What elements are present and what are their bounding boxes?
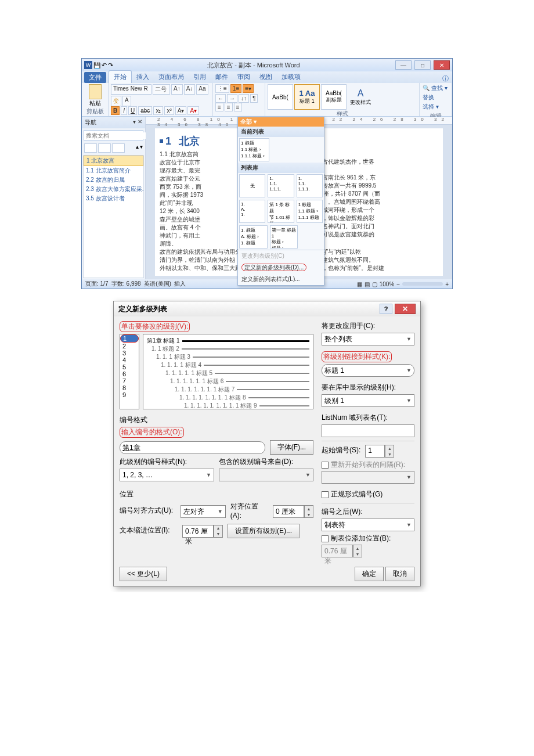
nav-tab-results[interactable] bbox=[112, 143, 125, 153]
spin-down-icon[interactable]: ▼ bbox=[353, 551, 362, 557]
zoom-in-icon[interactable]: + bbox=[445, 281, 449, 287]
bullets-icon[interactable]: ⋮≡ bbox=[215, 84, 229, 93]
spin-up-icon[interactable]: ▲ bbox=[305, 506, 313, 512]
subscript-button[interactable]: x₂ bbox=[153, 106, 163, 115]
help-icon[interactable]: ⓘ bbox=[442, 74, 449, 83]
change-case-icon[interactable]: Aa bbox=[196, 84, 208, 95]
tab-layout[interactable]: 页面布局 bbox=[154, 71, 189, 83]
ok-button[interactable]: 确定 bbox=[355, 567, 384, 581]
follow-select[interactable]: 制表符▼ bbox=[322, 519, 414, 531]
dp-opt4[interactable]: 第 1 条 标题节 1.01 标题 ›(a) 标题 › bbox=[268, 200, 294, 223]
less-button[interactable]: << 更少(L) bbox=[120, 567, 167, 581]
nav-search[interactable]: 🔍▾ bbox=[84, 130, 143, 141]
minimize-button[interactable]: — bbox=[395, 60, 412, 70]
replace-button[interactable]: 替换 bbox=[423, 93, 449, 102]
tab-review[interactable]: 审阅 bbox=[233, 71, 255, 83]
start-spinner[interactable]: 1 ▲▼ bbox=[365, 445, 394, 458]
dp-opt6[interactable]: 1. 标题A. 标题 ›1. 标题 bbox=[239, 225, 268, 249]
set-all-button[interactable]: 设置所有级别(E)... bbox=[228, 524, 300, 538]
change-styles-button[interactable]: A更改样式 bbox=[348, 84, 373, 110]
grow-font-icon[interactable]: A↑ bbox=[171, 84, 183, 95]
indent-dec-icon[interactable]: ← bbox=[215, 94, 226, 103]
dp-opt2[interactable]: 1.1.1.1.1.1. bbox=[297, 174, 323, 197]
tab-home[interactable]: 开始 bbox=[109, 70, 132, 83]
dp-opt1[interactable]: 1.1.1.1.1.1. bbox=[268, 174, 294, 197]
level-item-7[interactable]: 7 bbox=[120, 377, 139, 384]
view-web-icon[interactable]: ▢ bbox=[372, 281, 377, 287]
align-center-icon[interactable]: ≡ bbox=[225, 103, 233, 111]
font-size-select[interactable]: 二号 bbox=[153, 84, 170, 95]
dp-define-style[interactable]: 定义新的列表样式(L)... bbox=[238, 273, 324, 285]
cancel-button[interactable]: 取消 bbox=[385, 567, 414, 581]
nav-up-icon[interactable]: ▴ bbox=[136, 143, 139, 153]
nav-tab-headings[interactable] bbox=[84, 143, 97, 153]
restart-select[interactable]: ▼ bbox=[322, 471, 414, 484]
dp-change-level[interactable]: 更改列表级别(C) bbox=[238, 250, 324, 262]
zoom-out-icon[interactable]: − bbox=[396, 281, 400, 287]
apply-select[interactable]: 整个列表▼ bbox=[322, 333, 414, 345]
include-select[interactable]: ▼ bbox=[219, 469, 313, 481]
font-button[interactable]: 字体(F)... bbox=[270, 440, 313, 455]
tab-references[interactable]: 引用 bbox=[189, 71, 211, 83]
style-heading1[interactable]: 1 Aa标题 1 bbox=[294, 84, 320, 110]
legal-checkbox[interactable]: 正规形式编号(G) bbox=[322, 489, 414, 499]
shrink-font-icon[interactable]: A↓ bbox=[184, 84, 196, 95]
tab-spinner[interactable]: 0.76 厘米 ▲▼ bbox=[322, 545, 414, 557]
spin-up-icon[interactable]: ▲ bbox=[385, 445, 394, 451]
strike-button[interactable]: abc bbox=[138, 106, 152, 115]
nav-item-2[interactable]: 2.2 故宫的归属 bbox=[84, 175, 143, 185]
spin-up-icon[interactable]: ▲ bbox=[353, 545, 362, 551]
restart-checkbox[interactable]: 重新开始列表的间隔(R): bbox=[322, 460, 414, 470]
maximize-button[interactable]: □ bbox=[414, 60, 431, 70]
qat-redo-icon[interactable]: ↷ bbox=[108, 62, 113, 69]
spin-down-icon[interactable]: ▼ bbox=[214, 531, 222, 537]
tab-view[interactable]: 视图 bbox=[255, 71, 277, 83]
level-list[interactable]: 1 2 3 4 5 6 7 8 9 bbox=[120, 334, 139, 409]
style-subtitle[interactable]: AaBb(副标题 bbox=[321, 84, 347, 110]
status-words[interactable]: 字数: 6,998 bbox=[111, 280, 141, 287]
multilevel-icon[interactable]: ≡▾ bbox=[243, 84, 254, 93]
font-color-button[interactable]: A▾ bbox=[187, 106, 199, 115]
status-mode[interactable]: 插入 bbox=[174, 280, 186, 287]
font-name-select[interactable]: Times New R bbox=[111, 84, 151, 95]
nav-down-icon[interactable]: ▾ bbox=[140, 143, 143, 153]
align-at-spinner[interactable]: 0 厘米 ▲▼ bbox=[273, 505, 313, 518]
dp-none[interactable]: 无 bbox=[239, 174, 265, 197]
spin-up-icon[interactable]: ▲ bbox=[214, 525, 222, 531]
tab-mailings[interactable]: 邮件 bbox=[211, 71, 233, 83]
close-button[interactable]: ✕ bbox=[434, 60, 450, 70]
select-button[interactable]: 选择 ▾ bbox=[423, 103, 449, 111]
nav-item-0[interactable]: 1 北京故宫 bbox=[84, 156, 143, 166]
nav-item-3[interactable]: 2.3 故宫大修方案应采... bbox=[84, 185, 143, 194]
nav-close-icon[interactable]: ▾ ✕ bbox=[133, 118, 142, 127]
underline-button[interactable]: U bbox=[128, 106, 137, 115]
numbering-icon[interactable]: 1≡ bbox=[230, 84, 241, 93]
superscript-button[interactable]: x² bbox=[164, 106, 174, 115]
level-item-6[interactable]: 6 bbox=[120, 370, 139, 377]
nav-headings-list[interactable]: 1 北京故宫 1.1 北京故宫简介 2.2 故宫的归属 2.3 故宫大修方案应采… bbox=[83, 155, 144, 278]
zoom-value[interactable]: 100% bbox=[380, 281, 395, 287]
spin-down-icon[interactable]: ▼ bbox=[385, 451, 394, 457]
paste-button[interactable]: 粘贴 bbox=[84, 84, 106, 107]
level-item-4[interactable]: 4 bbox=[120, 357, 139, 363]
status-lang[interactable]: 英语(美国) bbox=[144, 280, 171, 287]
find-button[interactable]: 🔍 查找 ▾ bbox=[423, 84, 449, 92]
style-normal[interactable]: AaBb( bbox=[268, 84, 293, 110]
sort-icon[interactable]: ↓↑ bbox=[239, 94, 249, 103]
view-print-icon[interactable]: ▦ bbox=[357, 281, 362, 287]
tab-insert[interactable]: 插入 bbox=[132, 71, 154, 83]
level-item-5[interactable]: 5 bbox=[120, 363, 139, 370]
dp-opt7[interactable]: 第一章 标题 1标题 ›标题 › bbox=[270, 225, 298, 249]
tab-checkbox[interactable]: 制表位添加位置(B): bbox=[322, 534, 414, 543]
dp-current-item[interactable]: 1 标题 1.1 标题 › 1.1.1 标题 › bbox=[239, 138, 269, 161]
level-item-2[interactable]: 2 bbox=[120, 343, 139, 350]
level-item-3[interactable]: 3 bbox=[120, 350, 139, 357]
tab-addins[interactable]: 加载项 bbox=[277, 71, 305, 83]
dp-define-new[interactable]: 定义新的多级列表(D)... bbox=[238, 262, 324, 273]
italic-button[interactable]: I bbox=[121, 106, 127, 115]
qat-undo-icon[interactable]: ↶ bbox=[102, 62, 107, 69]
nav-tab-pages[interactable] bbox=[98, 143, 111, 153]
align-left-icon[interactable]: ≡ bbox=[215, 103, 223, 111]
style-select[interactable]: 1, 2, 3, …▼ bbox=[120, 469, 214, 481]
level-item-9[interactable]: 9 bbox=[120, 391, 139, 398]
